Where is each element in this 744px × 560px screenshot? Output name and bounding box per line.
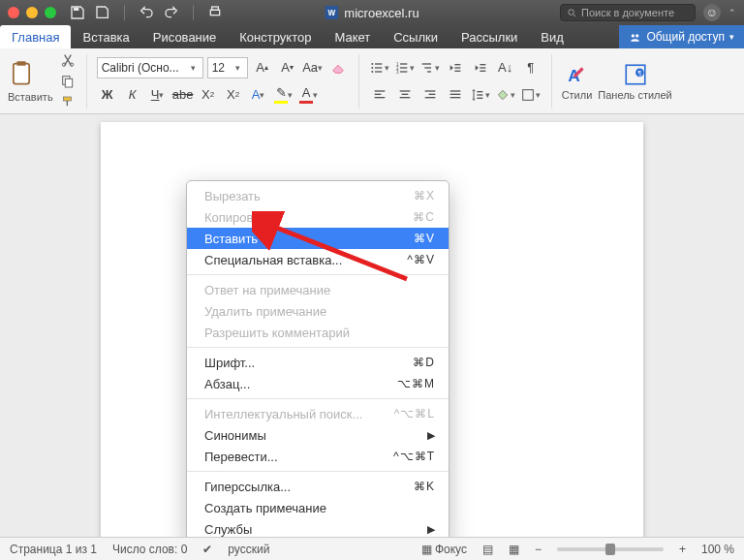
svg-rect-46 [450,93,460,94]
search-input[interactable]: Поиск в документе [560,4,696,21]
line-spacing-icon[interactable]: ▾ [470,84,491,106]
paste-button[interactable]: Вставить [8,60,53,103]
tab-mailings[interactable]: Рассылки [450,25,529,48]
multilevel-list-icon[interactable]: ▾ [419,57,441,78]
context-menu-item[interactable]: Абзац...⌥⌘M [187,373,449,394]
clear-formatting-icon[interactable] [327,57,349,78]
ribbon-tabs: Главная Вставка Рисование Конструктор Ма… [0,25,744,48]
close-window-icon[interactable] [8,7,19,18]
undo-icon[interactable] [139,5,154,20]
italic-icon[interactable]: К [122,84,143,106]
increase-font-icon[interactable]: A▴ [252,57,273,78]
svg-point-17 [371,67,373,69]
superscript-icon[interactable]: X2 [223,84,244,106]
svg-rect-36 [374,90,385,91]
styles-button[interactable]: A Стили [562,62,593,101]
status-words[interactable]: Число слов: 0 [112,543,187,556]
styles-pane-button[interactable]: ¶ Панель стилей [598,62,671,101]
svg-rect-37 [374,93,381,94]
save-icon[interactable] [70,5,85,20]
svg-point-6 [632,34,635,37]
web-layout-view-icon[interactable]: ▦ [509,543,519,556]
context-menu-item[interactable]: Перевести...^⌥⌘T [187,446,449,467]
svg-rect-48 [477,91,482,92]
print-layout-view-icon[interactable]: ▤ [482,543,493,556]
change-case-icon[interactable]: Aa▾ [302,57,324,78]
tab-draw[interactable]: Рисование [141,25,228,48]
numbering-icon[interactable]: 123▾ [394,57,416,78]
bold-icon[interactable]: Ж [97,84,118,106]
show-marks-icon[interactable]: ¶ [520,57,542,78]
svg-rect-16 [375,63,382,64]
svg-rect-13 [65,78,72,87]
zoom-slider[interactable] [557,547,664,551]
document-title: W microexcel.ru [325,6,418,20]
zoom-value[interactable]: 100 % [701,543,734,556]
strikethrough-icon[interactable]: abe [172,84,194,106]
context-menu-item[interactable]: Специальная вставка...^⌘V [187,249,449,270]
increase-indent-icon[interactable] [470,57,491,78]
tab-view[interactable]: Вид [529,25,575,48]
redo-icon[interactable] [164,5,179,20]
format-painter-icon[interactable] [59,95,77,110]
underline-icon[interactable]: Ч▾ [147,84,169,106]
justify-icon[interactable] [445,84,466,106]
svg-rect-40 [401,93,408,94]
svg-rect-44 [424,97,435,98]
svg-rect-24 [400,67,407,68]
svg-rect-50 [477,97,482,98]
zoom-in-icon[interactable]: + [679,543,686,556]
save-as-icon[interactable] [95,5,110,20]
decrease-font-icon[interactable]: A▾ [277,57,298,78]
svg-point-5 [569,9,574,15]
font-name-select[interactable]: Calibri (Осно...▾ [97,57,203,78]
focus-mode-button[interactable]: ▦ Фокус [421,543,467,556]
status-page[interactable]: Страница 1 из 1 [10,543,97,556]
context-menu-item[interactable]: Шрифт...⌘D [187,352,449,373]
tab-references[interactable]: Ссылки [382,25,450,48]
print-icon[interactable] [207,5,223,20]
svg-point-15 [371,63,373,65]
context-menu-item[interactable]: Создать примечание [187,497,449,518]
search-icon [567,8,577,18]
align-left-icon[interactable] [369,84,390,106]
svg-rect-0 [74,8,78,11]
align-right-icon[interactable] [419,84,441,106]
borders-icon[interactable]: ▾ [520,84,542,106]
text-effects-icon[interactable]: A▾ [248,84,269,106]
font-color-icon[interactable]: A▾ [298,84,320,106]
decrease-indent-icon[interactable] [445,57,466,78]
ribbon-collapse-icon[interactable]: ⌃ [728,8,736,17]
context-menu-item[interactable]: Синонимы▶ [187,424,449,446]
copy-icon[interactable] [59,74,77,89]
bullets-icon[interactable]: ▾ [369,57,390,78]
separator [193,5,194,20]
zoom-out-icon[interactable]: − [535,543,542,556]
context-menu-item[interactable]: Службы▶ [187,518,449,537]
minimize-window-icon[interactable] [26,7,38,18]
context-menu-item[interactable]: Гиперссылка...⌘K [187,476,449,497]
font-size-select[interactable]: 12▾ [207,57,248,78]
context-menu-item: Разрешить комментарий [187,322,449,343]
sort-icon[interactable]: A↓ [495,57,516,78]
share-button[interactable]: Общий доступ ▾ [619,25,744,48]
status-spellcheck-icon[interactable]: ✔︎ [202,543,212,556]
separator [86,54,87,109]
tab-design[interactable]: Конструктор [228,25,323,48]
svg-rect-51 [523,89,534,100]
cut-icon[interactable] [59,52,77,68]
tab-layout[interactable]: Макет [323,25,382,48]
tab-home[interactable]: Главная [0,25,71,48]
highlight-icon[interactable]: ✎▾ [273,84,294,106]
separator [358,54,359,109]
subscript-icon[interactable]: X2 [198,84,219,106]
shading-icon[interactable]: ▾ [495,84,516,106]
status-language[interactable]: русский [228,543,269,556]
tab-insert[interactable]: Вставка [71,25,140,48]
help-smile-icon[interactable]: ☺ [703,4,721,21]
maximize-window-icon[interactable] [45,7,56,18]
context-menu-item[interactable]: Вставить⌘V [187,228,449,249]
align-center-icon[interactable] [394,84,416,106]
svg-rect-28 [424,67,431,68]
svg-rect-27 [422,63,431,64]
